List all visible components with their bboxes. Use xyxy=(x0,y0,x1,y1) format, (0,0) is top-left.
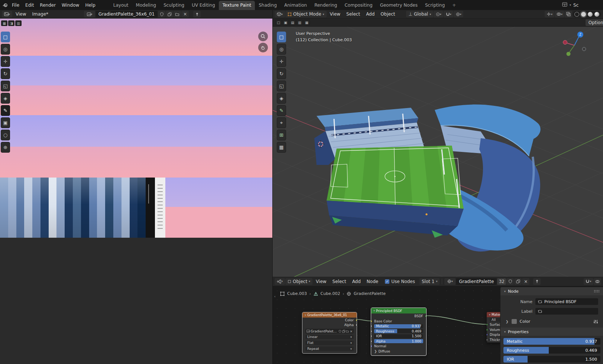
base-color-socket[interactable] xyxy=(371,320,372,322)
viewport-canvas[interactable]: Z User Perspective (112) Collection | Cu… xyxy=(273,27,603,277)
cursor-tool[interactable]: ◎ xyxy=(1,44,10,55)
screen-layout-icon[interactable] xyxy=(562,2,567,8)
workspace-tab-layout[interactable]: Layout xyxy=(110,1,132,10)
menu-edit[interactable]: Edit xyxy=(22,1,37,9)
metallic-socket[interactable] xyxy=(371,325,372,328)
menu-window[interactable]: Window xyxy=(59,1,82,9)
proportional-edit-button[interactable]: ▾ xyxy=(454,11,463,17)
add-cube-tool[interactable]: ⊞ xyxy=(277,130,286,140)
ior-slider[interactable]: IOR1.500 xyxy=(374,334,423,338)
alpha-slider[interactable]: Alpha1.000 xyxy=(374,339,423,343)
color-socket[interactable] xyxy=(356,319,357,321)
xray-toggle[interactable] xyxy=(565,11,572,17)
origin-icon[interactable]: □ xyxy=(275,20,282,25)
locations-icon[interactable]: ▥ xyxy=(296,20,303,25)
annotate-tool[interactable]: ✎ xyxy=(277,105,286,116)
principled-bsdf-node[interactable]: ▾ Principled BSDF BSDF Base ColorMetalli… xyxy=(371,308,427,356)
open-image-button[interactable] xyxy=(174,11,181,17)
metallic-slider[interactable]: Metallic0.937 xyxy=(374,324,423,328)
node-menu-add[interactable]: Add xyxy=(349,278,364,285)
paint-mask-icon[interactable]: ▦ xyxy=(1,20,7,26)
zoom-tool[interactable]: ⊕ xyxy=(1,142,10,153)
menu-help[interactable]: Help xyxy=(82,1,98,9)
rendered-shading-button[interactable] xyxy=(594,12,599,17)
measure-tool[interactable]: ⌖ xyxy=(277,117,286,128)
normal-socket[interactable] xyxy=(371,345,372,348)
face-mask-icon[interactable]: ▥ xyxy=(15,20,22,26)
workspace-tab-texture-paint[interactable]: Texture Paint xyxy=(219,1,255,10)
transform-orientation[interactable]: ⊥ Global ▾ xyxy=(406,11,433,17)
ior-property-slider[interactable]: IOR1.500 xyxy=(503,356,600,363)
workspace-tab-shading[interactable]: Shading xyxy=(255,1,281,10)
show-overlays-button[interactable]: ▾ xyxy=(555,11,564,17)
editor-type-button[interactable]: ▾ xyxy=(275,11,285,17)
add-workspace-button[interactable]: + xyxy=(448,1,460,10)
node-panel-header[interactable]: ▾ Node xyxy=(500,287,603,295)
wireframe-shading-button[interactable] xyxy=(574,12,579,17)
collapse-icon[interactable]: ▾ xyxy=(373,309,375,312)
node-menu-select[interactable]: Select xyxy=(330,278,349,285)
pan-tool[interactable]: ○ xyxy=(1,130,10,140)
editor-type-button[interactable]: ▾ xyxy=(275,278,285,285)
editor-type-button[interactable]: ▾ xyxy=(2,11,12,17)
scene-name[interactable]: Sc xyxy=(573,3,578,8)
gizmo-x-axis[interactable] xyxy=(563,40,567,45)
pin-button[interactable] xyxy=(533,278,541,285)
image-texture-node[interactable]: ▾ GradientPalette_36x6_01 ColorAlpha Gra… xyxy=(302,312,357,354)
transform-tool[interactable]: ◈ xyxy=(1,93,10,104)
workspace-tab-uv-editing[interactable]: UV Editing xyxy=(188,1,219,10)
mode-selector[interactable]: Object Mode ▾ xyxy=(285,11,327,17)
mesh-extra-tool[interactable]: ▦ xyxy=(277,142,286,153)
users-count-badge[interactable]: 32 xyxy=(497,278,506,285)
solid-shading-button[interactable] xyxy=(581,12,586,17)
node-name-field[interactable]: Principled BSDF xyxy=(535,298,598,305)
tweak-tool[interactable]: □ xyxy=(1,32,10,42)
new-image-button[interactable] xyxy=(166,11,173,17)
fake-user-button[interactable] xyxy=(506,278,514,285)
snap-button[interactable]: ▾ xyxy=(444,11,453,17)
workspace-tab-animation[interactable]: Animation xyxy=(281,1,311,10)
node-label-field[interactable] xyxy=(535,308,598,315)
menu-file[interactable]: File xyxy=(9,1,22,9)
use-nodes-toggle[interactable]: ✓ Use Nodes xyxy=(385,279,415,284)
scale-tool[interactable]: ◱ xyxy=(277,81,286,91)
workspace-tab-scripting[interactable]: Scripting xyxy=(421,1,448,10)
move-tool[interactable]: ✛ xyxy=(277,56,286,67)
roughness-socket[interactable] xyxy=(371,330,372,332)
blender-logo-icon[interactable] xyxy=(2,2,8,8)
zoom-button[interactable] xyxy=(258,32,268,41)
surface-socket[interactable] xyxy=(487,324,488,326)
viewport-menu-object[interactable]: Object xyxy=(377,10,398,18)
image-datablock-name[interactable]: GradientPalette_36x6_01 xyxy=(95,11,158,17)
alpha-socket[interactable] xyxy=(356,324,357,326)
parents-icon[interactable]: ▦ xyxy=(304,20,310,25)
cursor-tool[interactable]: ◎ xyxy=(277,44,286,55)
scale-tool[interactable]: ◱ xyxy=(1,81,10,91)
select-box-tool[interactable]: □ xyxy=(277,32,286,42)
menu-render[interactable]: Render xyxy=(37,1,59,9)
rotate-tool[interactable]: ↻ xyxy=(277,68,286,79)
x-icon[interactable]: × xyxy=(350,329,353,333)
copy-icon[interactable] xyxy=(342,330,345,333)
snap-button[interactable]: ▾ xyxy=(584,278,593,285)
volume-socket[interactable] xyxy=(487,328,488,331)
viewport-menu-view[interactable]: View xyxy=(327,10,343,18)
stencil-mask-icon[interactable]: ◨ xyxy=(8,20,14,26)
overlays-toggle[interactable] xyxy=(594,278,601,285)
alpha-socket[interactable] xyxy=(371,340,372,342)
options-button[interactable]: Options xyxy=(586,19,603,26)
affect-only-icon[interactable]: ▤ xyxy=(289,20,296,25)
color-subpanel[interactable]: ❯ Color xyxy=(506,319,598,324)
viewport-menu-select[interactable]: Select xyxy=(343,10,363,18)
slot-selector[interactable]: Slot 1 ▾ xyxy=(419,278,440,285)
image-menu-view[interactable]: View xyxy=(13,10,29,18)
thickness-socket[interactable] xyxy=(487,338,488,341)
image-datablock-row[interactable]: GradientPalette_... × xyxy=(302,328,357,334)
workspace-tab-sculpting[interactable]: Sculpting xyxy=(160,1,188,10)
browse-material-button[interactable]: ▾ xyxy=(444,278,456,285)
pan-button[interactable] xyxy=(258,43,268,52)
unlink-material-button[interactable]: × xyxy=(522,278,529,285)
navigation-gizmo[interactable]: Z xyxy=(563,32,586,56)
draw-tool[interactable]: ✎ xyxy=(1,105,10,116)
flat-select[interactable]: Flat▾ xyxy=(305,341,354,345)
